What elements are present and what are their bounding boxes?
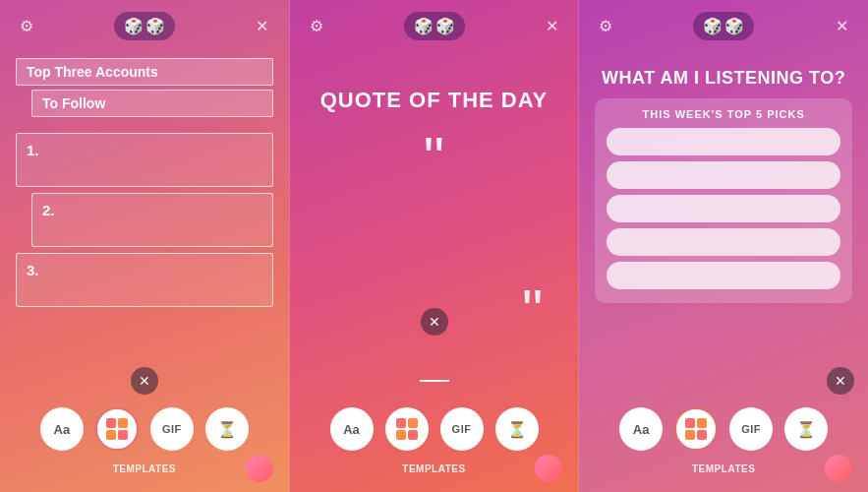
color-dot-2[interactable] — [535, 455, 562, 482]
grid-cell-tr-2 — [408, 418, 418, 428]
quote-spacer — [306, 188, 563, 281]
aa-button-2[interactable]: Aa — [330, 407, 374, 451]
panel-quote: ⚙ 🎲 🎲 ✕ QUOTE OF THE DAY " " ✕ Aa — [289, 0, 580, 492]
close-icon-3[interactable]: ✕ — [831, 16, 852, 37]
aa-label-2: Aa — [343, 422, 360, 437]
panel-accounts: ⚙ 🎲 🎲 ✕ Top Three Accounts To Follow 1. … — [0, 0, 289, 492]
gif-label-2: GIF — [452, 423, 472, 435]
templates-button-3[interactable] — [674, 407, 718, 451]
templates-label-3: TEMPLATES — [692, 463, 755, 474]
top-bar-2: ⚙ 🎲 🎲 ✕ — [290, 0, 579, 48]
templates-grid-2 — [396, 418, 418, 440]
aa-button-1[interactable]: Aa — [40, 407, 84, 451]
timer-button-1[interactable]: ⏳ — [205, 407, 249, 451]
bottom-row-3: TEMPLATES — [591, 455, 856, 482]
pick-input-2[interactable] — [607, 161, 840, 189]
top-bar-1: ⚙ 🎲 🎲 ✕ — [0, 0, 289, 48]
panel-1-content: Top Three Accounts To Follow 1. 2. 3. ✕ — [0, 48, 289, 400]
templates-label-1: TEMPLATES — [113, 463, 176, 474]
grid-cell-bl-1 — [106, 430, 116, 440]
delete-button-1[interactable]: ✕ — [131, 367, 158, 395]
panel-2-content: QUOTE OF THE DAY " " ✕ — [290, 48, 579, 400]
delete-button-2[interactable]: ✕ — [421, 308, 448, 336]
grid-cell-tl-3 — [685, 418, 695, 428]
account-number-1: 1. — [27, 142, 39, 158]
grid-cell-bl-2 — [396, 430, 406, 440]
account-box-1[interactable]: 1. — [16, 133, 273, 187]
grid-cell-tl-1 — [106, 418, 116, 428]
gif-button-1[interactable]: GIF — [150, 407, 194, 451]
title-line-1: Top Three Accounts — [16, 58, 273, 86]
templates-grid-3 — [685, 418, 707, 440]
account-box-3[interactable]: 3. — [16, 253, 273, 307]
dice-icon-2: 🎲 — [145, 17, 165, 35]
gif-button-2[interactable]: GIF — [440, 407, 484, 451]
account-box-wrapper-2: 2. — [16, 193, 273, 247]
picks-section: THIS WEEK'S TOP 5 PICKS — [595, 98, 852, 303]
delete-button-3[interactable]: ✕ — [827, 367, 854, 395]
title-line-2: To Follow — [31, 90, 273, 117]
panel-3-content: WHAT AM I LISTENING TO? THIS WEEK'S TOP … — [579, 48, 868, 400]
gif-button-3[interactable]: GIF — [729, 407, 773, 451]
timer-icon-1: ⏳ — [217, 420, 237, 439]
bottom-row-2: TEMPLATES — [302, 455, 567, 482]
templates-grid-1 — [106, 418, 128, 440]
aa-label-1: Aa — [54, 422, 71, 437]
gif-label-1: GIF — [162, 423, 182, 435]
grid-cell-tl-2 — [396, 418, 406, 428]
bottom-row-1: TEMPLATES — [12, 455, 277, 482]
account-box-wrapper-1: 1. — [16, 133, 273, 187]
gear-icon-3[interactable]: ⚙ — [595, 16, 616, 37]
templates-button-1[interactable] — [95, 407, 139, 451]
bottom-bar-2: Aa GIF ⏳ TEMPLATES — [290, 400, 579, 492]
open-quote: " — [306, 129, 563, 188]
account-box-2[interactable]: 2. — [31, 193, 273, 247]
pick-input-3[interactable] — [607, 195, 840, 222]
bottom-buttons-3: Aa GIF ⏳ — [619, 407, 828, 451]
dice-group-2[interactable]: 🎲 🎲 — [404, 12, 465, 40]
grid-cell-bl-3 — [685, 430, 695, 440]
templates-button-2[interactable] — [385, 407, 429, 451]
grid-cell-tr-1 — [118, 418, 128, 428]
account-boxes: 1. 2. 3. — [16, 133, 273, 390]
top-bar-3: ⚙ 🎲 🎲 ✕ — [579, 0, 868, 48]
underline-dash — [420, 380, 449, 382]
account-number-3: 3. — [27, 262, 39, 278]
aa-button-3[interactable]: Aa — [619, 407, 663, 451]
dice-group-3[interactable]: 🎲 🎲 — [693, 12, 754, 40]
pick-input-5[interactable] — [607, 262, 840, 289]
gear-icon[interactable]: ⚙ — [16, 16, 37, 37]
bottom-buttons-1: Aa GIF ⏳ — [40, 407, 249, 451]
dice-icon-6: 🎲 — [724, 17, 744, 35]
grid-cell-br-3 — [697, 430, 707, 440]
grid-cell-br-1 — [118, 430, 128, 440]
timer-button-2[interactable]: ⏳ — [495, 407, 539, 451]
pick-input-1[interactable] — [607, 128, 840, 155]
grid-cell-br-2 — [408, 430, 418, 440]
color-dot-1[interactable] — [246, 455, 273, 482]
gear-icon-2[interactable]: ⚙ — [306, 16, 327, 37]
dice-icon-1: 🎲 — [124, 17, 144, 35]
bottom-buttons-2: Aa GIF ⏳ — [330, 407, 539, 451]
timer-icon-3: ⏳ — [796, 420, 816, 439]
account-number-2: 2. — [42, 202, 55, 218]
pick-input-4[interactable] — [607, 228, 840, 256]
quote-title: QUOTE OF THE DAY — [306, 88, 563, 113]
dice-icon-3: 🎲 — [414, 17, 434, 35]
dice-group-1[interactable]: 🎲 🎲 — [114, 12, 175, 40]
title-block: Top Three Accounts To Follow — [16, 58, 273, 117]
picks-title: THIS WEEK'S TOP 5 PICKS — [607, 108, 840, 120]
color-dot-3[interactable] — [825, 455, 852, 482]
grid-cell-tr-3 — [697, 418, 707, 428]
what-title: WHAT AM I LISTENING TO? — [595, 68, 852, 89]
bottom-bar-3: Aa GIF ⏳ TEMPLATES — [579, 400, 868, 492]
panel-listening: ⚙ 🎲 🎲 ✕ WHAT AM I LISTENING TO? THIS WEE… — [579, 0, 868, 492]
dice-icon-5: 🎲 — [703, 17, 723, 35]
aa-label-3: Aa — [633, 422, 650, 437]
timer-icon-2: ⏳ — [507, 420, 527, 439]
timer-button-3[interactable]: ⏳ — [784, 407, 828, 451]
bottom-bar-1: Aa GIF ⏳ TEMPLATES — [0, 400, 289, 492]
close-icon-1[interactable]: ✕ — [252, 16, 273, 37]
close-icon-2[interactable]: ✕ — [541, 16, 562, 37]
gif-label-3: GIF — [741, 423, 761, 435]
